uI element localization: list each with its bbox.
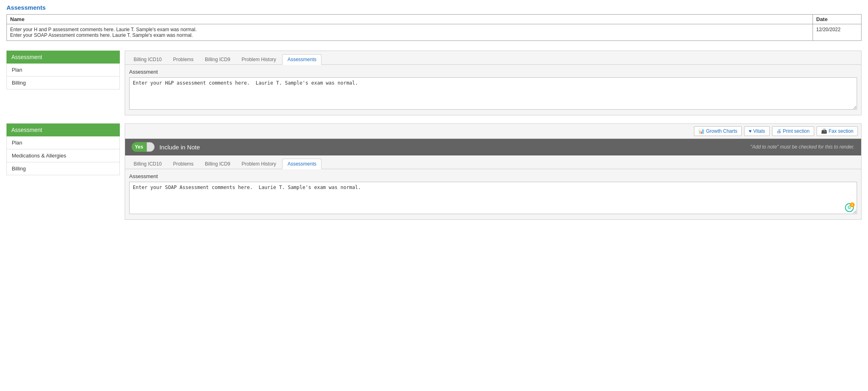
sidebar-1-header: Assessment — [6, 51, 120, 64]
assessment-section-1: Assessment Plan Billing Billing ICD10 Pr… — [6, 51, 862, 115]
table-row: Enter your H and P assessment comments h… — [7, 24, 862, 41]
summary-table: Name Date Enter your H and P assessment … — [6, 14, 862, 41]
section-2-content: 📊 Growth Charts ♥ Vitals 🖨 Print section… — [125, 123, 862, 220]
assessment-textarea-1[interactable] — [129, 77, 857, 110]
fax-icon: 📠 — [821, 128, 827, 134]
chart-icon: 📊 — [698, 128, 704, 134]
col-name-header: Name — [7, 15, 813, 24]
tab-problem-history-1[interactable]: Problem History — [236, 54, 281, 64]
tab-problems-1[interactable]: Problems — [168, 54, 199, 64]
assessment-label-2: Assessment — [129, 173, 857, 179]
textarea-wrapper-2: G 1 — [129, 182, 857, 215]
section-1-content: Billing ICD10 Problems Billing ICD9 Prob… — [125, 51, 862, 115]
sidebar-1-item-plan[interactable]: Plan — [6, 64, 120, 76]
tab-billing-icd10-1[interactable]: Billing ICD10 — [128, 54, 167, 64]
assessment-section-2: Assessment Plan Medications & Allergies … — [6, 123, 862, 220]
grammarly-icon-wrapper: G 1 — [845, 203, 854, 212]
table-cell-name: Enter your H and P assessment comments h… — [7, 24, 813, 41]
tab-billing-icd9-2[interactable]: Billing ICD9 — [200, 159, 236, 169]
include-toggle[interactable]: Yes — [132, 142, 155, 152]
include-in-note-bar: Yes Include in Note "Add to note" must b… — [125, 139, 861, 155]
fax-section-button[interactable]: 📠 Fax section — [817, 126, 858, 136]
heart-icon: ♥ — [749, 128, 751, 134]
sidebar-2: Assessment Plan Medications & Allergies … — [6, 123, 120, 220]
tab-problems-2[interactable]: Problems — [168, 159, 199, 169]
sidebar-2-item-plan[interactable]: Plan — [6, 136, 120, 149]
tabs-row-2: Billing ICD10 Problems Billing ICD9 Prob… — [125, 155, 861, 169]
assessment-content-2: Assessment G 1 — [125, 169, 861, 219]
sidebar-2-item-medications[interactable]: Medications & Allergies — [6, 149, 120, 162]
growth-charts-label: Growth Charts — [706, 128, 737, 134]
grammarly-icon: G 1 — [845, 203, 854, 212]
col-date-header: Date — [813, 15, 862, 24]
tab-assessments-2[interactable]: Assessments — [282, 159, 321, 169]
include-in-note-label: Include in Note — [160, 144, 200, 151]
assessment-content-1: Assessment — [125, 65, 861, 115]
tab-billing-icd10-2[interactable]: Billing ICD10 — [128, 159, 167, 169]
growth-charts-button[interactable]: 📊 Growth Charts — [694, 126, 742, 136]
tabs-row-1: Billing ICD10 Problems Billing ICD9 Prob… — [125, 51, 861, 65]
toggle-knob[interactable] — [147, 142, 155, 152]
tab-billing-icd9-1[interactable]: Billing ICD9 — [200, 54, 236, 64]
sidebar-2-header: Assessment — [6, 123, 120, 136]
sidebar-1: Assessment Plan Billing — [6, 51, 120, 115]
toggle-yes-label: Yes — [132, 142, 147, 152]
tab-problem-history-2[interactable]: Problem History — [236, 159, 281, 169]
sidebar-2-item-billing[interactable]: Billing — [6, 162, 120, 175]
sidebar-1-item-billing[interactable]: Billing — [6, 76, 120, 89]
table-cell-date: 12/20/2022 — [813, 24, 862, 41]
page-title: Assessments — [6, 4, 862, 11]
vitals-button[interactable]: ♥ Vitals — [744, 126, 769, 136]
vitals-label: Vitals — [753, 128, 765, 134]
tab-assessments-1[interactable]: Assessments — [282, 54, 321, 65]
print-section-button[interactable]: 🖨 Print section — [772, 126, 814, 136]
assessment-textarea-2[interactable] — [129, 182, 857, 214]
grammarly-badge: 1 — [850, 202, 855, 207]
content-toolbar-2: 📊 Growth Charts ♥ Vitals 🖨 Print section… — [125, 124, 861, 139]
fax-section-label: Fax section — [829, 128, 853, 134]
assessment-label-1: Assessment — [129, 69, 857, 75]
print-icon: 🖨 — [777, 128, 781, 134]
include-in-note-hint: "Add to note" must be checked for this t… — [750, 144, 855, 150]
print-section-label: Print section — [783, 128, 810, 134]
